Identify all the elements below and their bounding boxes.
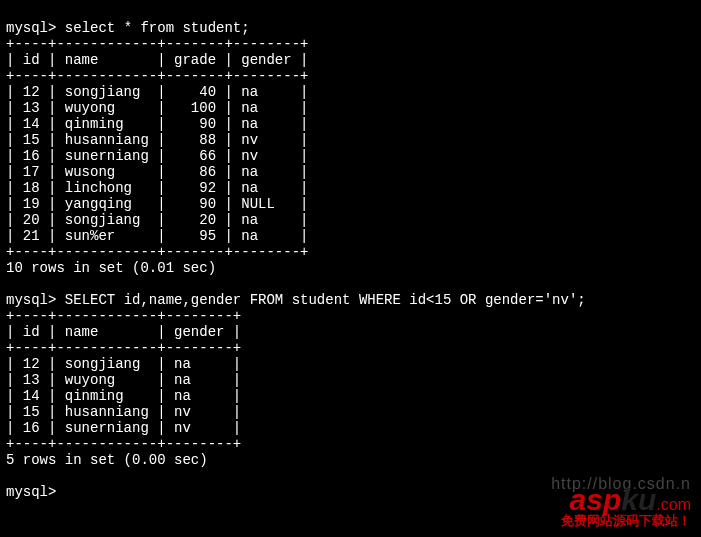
table2-header: | id | name | gender |	[6, 324, 241, 340]
sql-command-1: select * from student;	[65, 20, 250, 36]
prompt[interactable]: mysql> select * from student;	[6, 20, 250, 36]
terminal-output: mysql> select * from student; +----+----…	[0, 0, 701, 504]
table1-row: | 16 | sunerniang | 66 | nv |	[6, 148, 308, 164]
table1-row: | 12 | songjiang | 40 | na |	[6, 84, 308, 100]
table2-border: +----+------------+--------+	[6, 340, 241, 356]
sql-command-2: SELECT id,name,gender FROM student WHERE…	[65, 292, 586, 308]
table2-row: | 15 | husanniang | nv |	[6, 404, 241, 420]
table2-row: | 13 | wuyong | na |	[6, 372, 241, 388]
table2-row: | 12 | songjiang | na |	[6, 356, 241, 372]
table2-border: +----+------------+--------+	[6, 436, 241, 452]
watermark: http://blog.csdn.n aspku.com 免费网站源码下载站！	[551, 476, 691, 529]
table1-border: +----+------------+-------+--------+	[6, 68, 308, 84]
table2-summary: 5 rows in set (0.00 sec)	[6, 452, 208, 468]
table1-row: | 13 | wuyong | 100 | na |	[6, 100, 308, 116]
table1-row: | 17 | wusong | 86 | na |	[6, 164, 308, 180]
table1-header: | id | name | grade | gender |	[6, 52, 308, 68]
table1-border: +----+------------+-------+--------+	[6, 244, 308, 260]
watermark-brand: aspku.com	[551, 492, 691, 513]
table2-row: | 14 | qinming | na |	[6, 388, 241, 404]
prompt[interactable]: mysql> SELECT id,name,gender FROM studen…	[6, 292, 586, 308]
table1-border: +----+------------+-------+--------+	[6, 36, 308, 52]
table1-row: | 20 | songjiang | 20 | na |	[6, 212, 308, 228]
table1-row: | 15 | husanniang | 88 | nv |	[6, 132, 308, 148]
table1-row: | 14 | qinming | 90 | na |	[6, 116, 308, 132]
table1-row: | 18 | linchong | 92 | na |	[6, 180, 308, 196]
watermark-sub: 免费网站源码下载站！	[551, 513, 691, 529]
table1-row: | 19 | yangqing | 90 | NULL |	[6, 196, 308, 212]
table1-summary: 10 rows in set (0.01 sec)	[6, 260, 216, 276]
table2-row: | 16 | sunerniang | nv |	[6, 420, 241, 436]
table2-border: +----+------------+--------+	[6, 308, 241, 324]
table1-row: | 21 | sun%er | 95 | na |	[6, 228, 308, 244]
prompt[interactable]: mysql>	[6, 484, 56, 500]
